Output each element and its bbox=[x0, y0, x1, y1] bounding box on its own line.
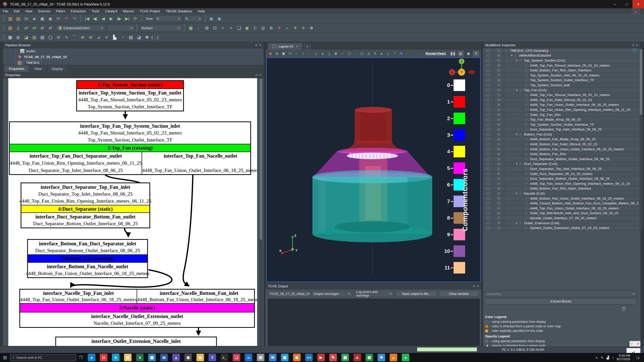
menu-help[interactable]: Help bbox=[195, 9, 208, 13]
app-calendar[interactable]: ▦ bbox=[148, 354, 156, 361]
minimize-button[interactable]: ─ bbox=[609, 0, 621, 8]
slice-filter-icon[interactable]: ▥ bbox=[30, 33, 38, 41]
menu-tools[interactable]: Tools bbox=[89, 9, 102, 13]
node-checkbox[interactable]: ✓ bbox=[525, 197, 528, 200]
node-opacity-icon[interactable] bbox=[494, 112, 504, 117]
app-sheets[interactable]: ▦ bbox=[341, 354, 349, 361]
node-color-icon[interactable] bbox=[483, 112, 494, 117]
node-color-icon[interactable] bbox=[483, 216, 494, 220]
node-color-icon[interactable] bbox=[483, 191, 494, 196]
node-color-icon[interactable] bbox=[483, 166, 494, 171]
select-blocks-icon[interactable]: ◫ bbox=[359, 51, 365, 57]
node-opacity-icon[interactable] bbox=[494, 225, 504, 230]
multiblock-row-outlet-extension-co6[interactable]: ▼✓Outlet_Extension (Co6) bbox=[483, 221, 639, 226]
capture-screenshot-icon[interactable]: ◉ bbox=[208, 15, 215, 22]
contour-filter-icon[interactable]: ◍ bbox=[14, 33, 22, 41]
node-opacity-icon[interactable] bbox=[494, 103, 504, 107]
vcr-last-frame[interactable]: ▶| bbox=[124, 15, 131, 22]
node-opacity-icon[interactable] bbox=[494, 201, 504, 206]
multiblock-row-duct-separator-top-inlet-interface-08-06-25[interactable]: ✓Duct_Separator_Top_Inlet_Interface_08_0… bbox=[483, 166, 639, 171]
app-edge[interactable]: e bbox=[88, 354, 95, 361]
app-chrome[interactable]: ◉ bbox=[196, 354, 204, 361]
node-checkbox[interactable]: ✓ bbox=[525, 118, 528, 121]
node-checkbox[interactable]: ✓ bbox=[519, 88, 522, 92]
node-checkbox[interactable]: ✓ bbox=[525, 98, 528, 102]
multiblock-row-4448-top-fan-union-rim-opening-interface-meters-06-11-25[interactable]: ✓4448_Top_Fan_Union_Rim_Opening_Interfac… bbox=[483, 107, 639, 112]
toolbar-grip[interactable] bbox=[3, 34, 5, 40]
menu-catalyst[interactable]: Catalyst bbox=[102, 9, 120, 13]
select-points-polygon-2-icon[interactable]: ◇ bbox=[339, 51, 345, 57]
select-block-2-icon[interactable]: ❏ bbox=[346, 51, 352, 57]
select-cells-on-icon[interactable]: ▦ bbox=[187, 24, 194, 32]
add-selection-icon[interactable]: + bbox=[300, 51, 306, 57]
node-color-icon[interactable] bbox=[483, 206, 494, 211]
node-checkbox[interactable]: ✓ bbox=[519, 162, 522, 166]
screenshot-icon[interactable]: ◉ bbox=[47, 15, 54, 22]
node-opacity-icon[interactable] bbox=[494, 171, 504, 176]
app-firefox[interactable]: ◉ bbox=[293, 354, 301, 361]
node-color-icon[interactable] bbox=[483, 211, 494, 216]
auto-apply-icon[interactable]: ⟳ bbox=[55, 15, 62, 22]
vertical-splitter[interactable] bbox=[264, 42, 266, 346]
multiblock-row-4448-top-fan-union-outlet-interface-06-18-25-meters[interactable]: ✓4448_Top_Fan_Union_Outlet_Interface_06_… bbox=[483, 206, 639, 211]
select-points-region-icon[interactable]: △ bbox=[326, 51, 332, 57]
extract-selection-icon[interactable]: ▨ bbox=[127, 33, 135, 41]
rescale-custom-range-icon[interactable]: ⇄ bbox=[30, 24, 38, 32]
node-checkbox[interactable]: ✓ bbox=[519, 221, 522, 225]
select-cells-polygon-icon[interactable]: ⌗ bbox=[219, 24, 227, 32]
color-by-combo[interactable]: ComponentColors▼ bbox=[56, 25, 105, 31]
grow-selection-icon[interactable]: ▲ bbox=[379, 51, 385, 57]
rescale-temporal-range-icon[interactable]: ⇄ bbox=[38, 24, 46, 32]
node-color-icon[interactable] bbox=[483, 58, 494, 63]
multiblock-row-top-system-suction-inlet-06-24-25-meters[interactable]: ✓Top_System_Suction_Inlet_06_24_25_meter… bbox=[483, 73, 639, 78]
multiblock-row-duct-separator-bottom-outlet-interface-08-06-25[interactable]: ✓Duct_Separator_Bottom_Outlet_Interface_… bbox=[483, 157, 639, 162]
node-checkbox[interactable]: ✓ bbox=[525, 157, 528, 161]
panel-float-icon[interactable]: ⊡ bbox=[632, 43, 634, 47]
properties-scrollbar[interactable] bbox=[259, 78, 263, 346]
node-opacity-icon[interactable] bbox=[494, 231, 504, 231]
node-color-icon[interactable] bbox=[483, 157, 494, 161]
capture-view-icon[interactable]: ▣ bbox=[280, 51, 287, 57]
multiblock-row-solid-top-fan-rim[interactable]: ✓Solid_Top_Fan_Rim bbox=[483, 112, 639, 117]
node-opacity-icon[interactable] bbox=[494, 196, 504, 201]
pick-center-icon[interactable]: ◬ bbox=[366, 51, 372, 57]
plot-over-line-icon[interactable]: ⊿ bbox=[95, 33, 102, 41]
expander-icon[interactable]: ▼ bbox=[515, 192, 519, 195]
node-color-icon[interactable] bbox=[483, 132, 494, 137]
taskbar-search-input[interactable]: ⌕ Search web & PC bbox=[10, 354, 76, 361]
app-pocket[interactable]: ❑ bbox=[233, 354, 240, 361]
probe-location-icon[interactable]: ⌖ bbox=[103, 33, 110, 41]
overlay-combo-fragment[interactable]: ✓▼ bbox=[629, 341, 640, 347]
select-points-on-icon[interactable]: ∴ bbox=[195, 24, 203, 32]
toolbar-grip[interactable] bbox=[141, 15, 143, 22]
interactive-select-points-icon[interactable]: ⊙ bbox=[251, 24, 259, 32]
expander-icon[interactable]: ▼ bbox=[515, 222, 519, 224]
node-opacity-icon[interactable] bbox=[494, 93, 504, 97]
add-layout-tab[interactable]: + bbox=[303, 43, 312, 50]
node-opacity-icon[interactable] bbox=[494, 53, 504, 58]
glyph-filter-icon[interactable]: ⊛ bbox=[55, 33, 62, 41]
toolbar-overflow-icon[interactable]: » bbox=[406, 52, 407, 55]
toolbar-grip[interactable] bbox=[80, 15, 82, 22]
node-opacity-icon[interactable] bbox=[494, 132, 504, 137]
menu-tcae-project[interactable]: TCAE Project bbox=[137, 9, 163, 13]
node-opacity-icon[interactable] bbox=[494, 157, 504, 161]
toggle-light-kit-icon[interactable]: ☀ bbox=[292, 24, 299, 32]
probe-pick-icon[interactable]: ✎ bbox=[372, 51, 378, 57]
maximize-view-button[interactable]: ⇱ bbox=[473, 50, 480, 57]
node-color-icon[interactable] bbox=[483, 137, 494, 142]
component-combo[interactable]: ▼ bbox=[107, 25, 135, 31]
menu-view[interactable]: View bbox=[22, 9, 35, 13]
panel-close-icon[interactable]: ✕ bbox=[259, 43, 261, 47]
zoom-to-data-icon[interactable]: ⌕ bbox=[284, 24, 291, 32]
close-button[interactable]: ✕ bbox=[632, 0, 644, 8]
node-checkbox[interactable]: ✓ bbox=[525, 83, 528, 87]
multiblock-row-4448-top-fan-shroud-interface-05-02-23-meters[interactable]: ✓4448_Top_Fan_Shroud_Interface_05_02_23_… bbox=[483, 63, 639, 68]
tab-display[interactable]: Display bbox=[47, 65, 68, 72]
multiblock-row-4448-bottom-fan-union-outlet-interface-06-18-25-meters[interactable]: ✓4448_Bottom_Fan_Union_Outlet_Interface_… bbox=[483, 147, 639, 152]
app-spotify[interactable]: ● bbox=[402, 354, 409, 361]
multiblock-row-4448-closed-bottom-inlet-bottom-fan-duct-complete-meters-08-13-25[interactable]: ✓4448_Closed_Bottom_Inlet_Bottom_Fan_Duc… bbox=[483, 201, 639, 206]
app-photos[interactable]: ❖ bbox=[378, 354, 385, 361]
toggle-selection-icon[interactable]: ± bbox=[313, 51, 319, 57]
node-checkbox[interactable]: ✓ bbox=[525, 226, 528, 230]
